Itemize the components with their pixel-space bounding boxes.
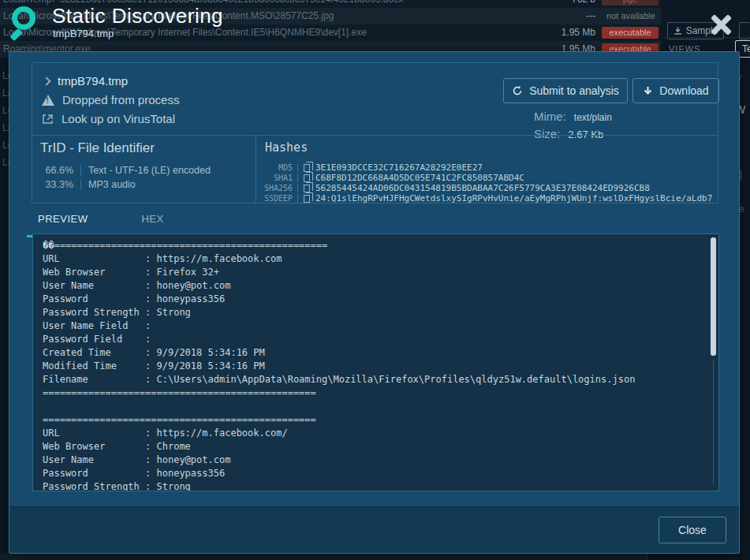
hash-algo: MD5 <box>260 163 298 172</box>
close-button[interactable]: Close <box>659 517 726 543</box>
hash-entry: SHA1 C68F8D12DC668A4D5DC05E741C2FC850857… <box>260 173 524 183</box>
file-name: tmpB794.tmp <box>58 74 128 88</box>
trid-description: MP3 audio <box>81 179 136 190</box>
trid-percent: 33.3% <box>39 179 81 190</box>
mime-value: text/plain <box>574 112 612 123</box>
virustotal-link[interactable]: Look up on VirusTotal <box>42 112 175 125</box>
tab-preview[interactable]: PREVIEW <box>32 213 94 232</box>
file-size: 762 b <box>517 0 595 5</box>
preview-line: Modified Time : 9/9/2018 5:34:16 PM <box>43 360 703 374</box>
external-lookup-icon <box>42 114 54 125</box>
static-discovering-modal: tmpB794.tmp Dropped from process Look up… <box>9 51 740 554</box>
file-type-badge: not available <box>595 10 666 22</box>
file-info-upper: tmpB794.tmp Dropped from process Look up… <box>32 63 718 135</box>
chevron-right-icon <box>42 77 50 85</box>
modal-footer: Close <box>9 506 739 553</box>
copy-icon[interactable] <box>304 185 310 192</box>
download-tray-icon <box>674 27 682 35</box>
preview-line <box>43 401 703 414</box>
hash-value: C68F8D12DC668A4D5DC05E741C2FC850857ABD4C <box>315 173 524 183</box>
preview-line: Password : honeypass356 <box>43 293 703 307</box>
hash-entry: SHA256 56285445424AD06DC043154819B5BDABA… <box>260 183 650 193</box>
file-size: --- <box>517 10 595 21</box>
file-preview-pane: ��======================================… <box>32 233 719 491</box>
scrollbar-thumb[interactable] <box>711 237 716 356</box>
file-info-lower: TrID - File Identifier 66.6% Text - UTF-… <box>32 135 718 203</box>
preview-line: ========================================… <box>43 414 703 427</box>
preview-line: Created Time : 9/9/2018 5:34:16 PM <box>43 347 703 360</box>
hash-value: 24:Q1slEhgRPvHJFHgCWetdslxySIgRPvHvUnie/… <box>315 193 712 203</box>
dropped-label: Dropped from process <box>62 93 179 106</box>
trid-title: TrID - File Identifier <box>40 140 155 156</box>
trid-section: TrID - File Identifier 66.6% Text - UTF-… <box>32 136 256 203</box>
hash-algo: SHA1 <box>260 174 298 182</box>
submit-button-label: Submit to analysis <box>529 84 619 97</box>
preview-line: Web Browser : Firefox 32+ <box>43 267 703 280</box>
background-bottom-strip <box>0 554 750 560</box>
preview-text: ��======================================… <box>43 240 703 491</box>
preview-line: Password : honeypass356 <box>43 468 703 481</box>
copy-icon[interactable] <box>304 174 310 182</box>
preview-line: ========================================… <box>43 387 703 401</box>
download-button-label: Download <box>659 84 708 97</box>
file-type-badge: executable <box>602 27 659 39</box>
hash-value: 3E1E093DCCE32C716267A28292E0EE27 <box>315 162 483 173</box>
preview-line: URL : https://m.facebook.com/ <box>43 427 703 441</box>
hash-algo: SHA256 <box>260 184 298 192</box>
file-size: 1.95 Mb <box>517 27 595 38</box>
dropped-from-process-row: Dropped from process <box>42 93 179 106</box>
trid-percent: 66.6% <box>39 165 81 176</box>
file-info-box: tmpB794.tmp Dropped from process Look up… <box>32 62 718 203</box>
scrollbar-track[interactable] <box>713 360 714 484</box>
trid-entry: 66.6% Text - UTF-16 (LE) encoded <box>39 163 211 177</box>
preview-line: Web Browser : Chrome <box>43 441 703 454</box>
trid-description: Text - UTF-16 (LE) encoded <box>81 165 211 176</box>
preview-line: Filename : C:\Users\admin\AppData\Roamin… <box>43 374 703 387</box>
hashes-title: Hashes <box>265 140 308 155</box>
mime-row: Mime: text/plain <box>534 110 612 123</box>
hash-entry: SSDEEP 24:Q1slEhgRPvHJFHgCWetdslxySIgRPv… <box>260 193 712 203</box>
file-type-badge: pge <box>602 0 659 6</box>
preview-line: Password Field : <box>43 334 703 347</box>
download-icon <box>643 86 653 96</box>
preview-line: URL : https://m.facebook.com <box>43 253 703 267</box>
hash-entry: MD5 3E1E093DCCE32C716267A28292E0EE27 <box>260 162 483 173</box>
preview-line: User Name : honey@pot.com <box>43 454 703 468</box>
tab-hex[interactable]: HEX <box>135 213 170 232</box>
refresh-icon <box>512 85 523 96</box>
preview-hex-tabs: PREVIEW HEX <box>32 213 170 232</box>
download-button[interactable]: Download <box>632 78 719 103</box>
hashes-section: Hashes MD5 3E1E093DCCE32C716267A28292E0E… <box>257 136 718 203</box>
preview-line: ��======================================… <box>43 240 703 253</box>
mime-label: Mime: <box>534 110 566 123</box>
preview-line: Password Strength : Strong <box>43 481 703 491</box>
preview-line: User Name : honey@pot.com <box>43 280 703 293</box>
virustotal-label: Look up on VirusTotal <box>62 112 175 125</box>
close-icon[interactable] <box>708 13 734 36</box>
page-subtitle: tmpB794.tmp <box>53 28 114 39</box>
trid-entry: 33.3% MP3 audio <box>39 177 136 192</box>
page-title: Static Discovering <box>52 4 223 28</box>
hash-value: 56285445424AD06DC043154819B5BDABAA7C26F5… <box>315 183 650 193</box>
copy-icon[interactable] <box>304 164 310 172</box>
submit-to-analysis-button[interactable]: Submit to analysis <box>503 78 628 103</box>
magnifier-logo-icon <box>10 6 39 35</box>
warning-icon <box>42 95 54 106</box>
magnifier-lens <box>12 6 35 30</box>
file-name-row[interactable]: tmpB794.tmp <box>43 74 128 88</box>
copy-icon[interactable] <box>304 195 310 203</box>
toolbar-divider <box>662 37 750 38</box>
preview-line: User Name Field : <box>43 320 703 334</box>
background-panel-fragment <box>647 554 750 560</box>
hash-algo: SSDEEP <box>260 194 298 203</box>
preview-line: Password Strength : Strong <box>43 307 703 320</box>
